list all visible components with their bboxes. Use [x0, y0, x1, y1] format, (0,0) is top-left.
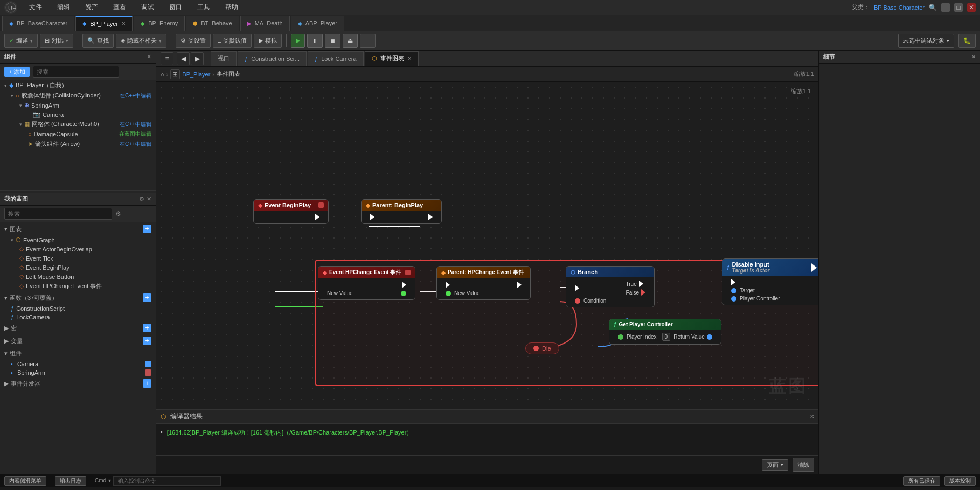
component-search-input[interactable] [33, 66, 119, 78]
exec-out-pin4[interactable] [517, 282, 522, 288]
menu-debug[interactable]: 调试 [138, 2, 157, 13]
exec-in-pin2[interactable] [446, 282, 450, 288]
components-close-icon[interactable]: ✕ [147, 53, 151, 60]
tab-bt-behave[interactable]: ⬢ BT_Behave [186, 16, 239, 31]
cmd-dropdown-icon[interactable]: ▾ [108, 478, 111, 484]
myblueprint-search-input[interactable] [4, 208, 112, 220]
node-event-beginplay[interactable]: ◆ Event BeginPlay [253, 199, 329, 224]
tab-ma-death[interactable]: ▶ MA_Death [240, 16, 290, 31]
stop-button[interactable]: ⏹ [325, 34, 340, 48]
exec-in-pin[interactable] [370, 214, 374, 220]
playerctrl-pin[interactable] [731, 296, 736, 302]
window-maximize[interactable]: □ [954, 3, 963, 12]
add-macro-button[interactable]: + [143, 324, 151, 332]
branch-false-pin[interactable] [641, 289, 645, 296]
branch-exec-in[interactable] [575, 285, 579, 291]
debug-icon-button[interactable]: 🐛 [958, 34, 976, 48]
event-close-icon[interactable] [318, 202, 324, 208]
cpp-edit-label3[interactable]: 在C++中编辑 [120, 141, 151, 148]
event-beginplay[interactable]: ◇ Event BeginPlay [0, 263, 156, 272]
menu-file[interactable]: 文件 [26, 2, 45, 13]
tree-arrow[interactable]: ➤ 箭头组件 (Arrow) 在C++中编辑 [0, 139, 156, 149]
content-browser-button[interactable]: 内容侧滑菜单 [4, 476, 46, 486]
disable-exec-in-pin[interactable] [731, 279, 735, 285]
event-actor-overlap[interactable]: ◇ Event ActorBeginOverlap [0, 244, 156, 254]
hide-dropdown-icon[interactable]: ▾ [159, 38, 162, 44]
breadcrumb-home-icon[interactable]: ⌂ [161, 71, 164, 78]
page-dropdown[interactable]: 页面 ▾ [762, 459, 788, 471]
canvas-forward-button[interactable]: ▶ [191, 52, 204, 65]
tree-capsule[interactable]: ▾ ○ 胶囊体组件 (CollisionCylinder) 在C++中编辑 [0, 90, 156, 101]
menu-tools[interactable]: 工具 [194, 2, 213, 13]
node-disable-input[interactable]: ƒ Disable Input Target is Actor [722, 258, 818, 305]
condition-pin[interactable] [575, 298, 580, 304]
eject-button[interactable]: ⏏ [343, 34, 358, 48]
canvas-tab-close-btn[interactable]: ✕ [407, 55, 412, 61]
newval-pin[interactable] [401, 291, 406, 296]
exec-out-pin3[interactable] [402, 282, 406, 288]
exec-out-pin2[interactable] [428, 214, 433, 220]
myblueprint-settings-icon[interactable]: ⚙ [139, 195, 144, 202]
event-close-icon2[interactable] [405, 270, 411, 275]
canvas-back-button[interactable]: ◀ [177, 52, 190, 65]
breadcrumb-grid-icon[interactable]: ⊞ [170, 69, 180, 79]
exec-out-pin[interactable] [315, 214, 319, 220]
window-close[interactable]: ✕ [967, 3, 976, 12]
menu-view[interactable]: 查看 [110, 2, 129, 13]
branch-true-pin[interactable] [639, 281, 643, 287]
node-die[interactable]: Die [525, 342, 559, 354]
target-pin[interactable] [731, 288, 736, 293]
window-minimize[interactable]: ─ [941, 3, 950, 12]
play-button[interactable]: ▶ [291, 34, 305, 48]
cpp-edit-label2[interactable]: 在C++中编辑 [120, 121, 151, 128]
canvas-history-menu[interactable]: ≡ [161, 52, 173, 65]
cpp-edit-label[interactable]: 在C++中编辑 [120, 92, 151, 100]
tab-close-btn[interactable]: ✕ [121, 20, 126, 26]
details-close-btn[interactable]: ✕ [971, 54, 976, 60]
add-function-button[interactable]: + [143, 293, 151, 302]
pause-button[interactable]: ⏸ [307, 34, 323, 48]
func-construction[interactable]: ƒ ConstructionScript [0, 304, 156, 313]
canvas-tab-lockcamera[interactable]: ƒ Lock Camera [308, 51, 364, 66]
find-button[interactable]: 🔍 查找 [82, 34, 114, 48]
compile-dropdown-icon[interactable]: ▾ [30, 38, 33, 44]
functions-section[interactable]: ▾ 函数（37可覆盖） + [0, 291, 156, 304]
hide-button[interactable]: ◈ 隐藏不相关 ▾ [116, 34, 166, 48]
returnval-pin[interactable] [707, 334, 712, 340]
diff-button[interactable]: ⊞ 对比 ▾ [40, 34, 73, 48]
canvas-tab-viewport[interactable]: 视口 [211, 51, 237, 66]
tree-mesh[interactable]: ▾ ▦ 网格体 (CharacterMesh0) 在C++中编辑 [0, 119, 156, 129]
event-tick[interactable]: ◇ Event Tick [0, 254, 156, 263]
node-parent-hpchange[interactable]: ◆ Parent: HPChange Event 事件 New Valu [436, 266, 531, 300]
node-branch[interactable]: ⬡ Branch True Fal [566, 266, 655, 307]
output-log-button[interactable]: 输出日志 [55, 476, 86, 486]
myblueprint-close-icon[interactable]: ✕ [147, 195, 151, 202]
breadcrumb-blueprint[interactable]: BP_Player [182, 71, 210, 78]
tree-camera[interactable]: ▾ 📷 Camera [0, 110, 156, 119]
tab-bp-basecharacter[interactable]: ◆ BP_BaseCharacter [2, 16, 74, 31]
event-dispatchers-section[interactable]: ▶ 事件分发器 + [0, 377, 156, 390]
debug-target-dropdown[interactable]: 未选中调试对象 ▾ [898, 34, 954, 48]
add-component-button[interactable]: + 添加 [4, 67, 30, 77]
eventgraph-item[interactable]: ▾ ⬡ EventGraph [0, 235, 156, 244]
parent-class-value[interactable]: BP Base Character [874, 4, 925, 11]
menu-asset[interactable]: 资产 [82, 2, 101, 13]
playerindex-value[interactable]: 0 [662, 333, 671, 341]
canvas-background[interactable]: ◆ Event BeginPlay [156, 82, 818, 409]
components-vars-section[interactable]: ▾ 组件 [0, 347, 156, 360]
func-lockcamera[interactable]: ƒ LockCamera [0, 313, 156, 321]
canvas-tab-eventgraph[interactable]: ⬡ 事件图表 ✕ [365, 51, 419, 66]
canvas-tab-construction[interactable]: ƒ Construction Scr... [238, 51, 307, 66]
var-camera[interactable]: ▪ Camera [0, 360, 156, 368]
tree-root[interactable]: ▾ ◆ BP_Player（自我） [0, 80, 156, 90]
add-dispatcher-button[interactable]: + [143, 379, 151, 388]
event-mouse-button[interactable]: ◇ Left Mouse Button [0, 272, 156, 281]
save-all-button[interactable]: 所有已保存 [903, 476, 940, 486]
diff-dropdown-icon[interactable]: ▾ [66, 38, 68, 44]
newval-in-pin[interactable] [446, 291, 451, 296]
class-defaults-button[interactable]: ≡ 类默认值 [213, 34, 252, 48]
node-parent-beginplay[interactable]: ◆ Parent: BeginPlay [361, 199, 442, 224]
tab-abp-player[interactable]: ◆ ABP_Player [291, 16, 344, 31]
die-pin[interactable] [533, 346, 539, 351]
tree-springarm[interactable]: ▾ ⊕ SpringArm [0, 101, 156, 110]
